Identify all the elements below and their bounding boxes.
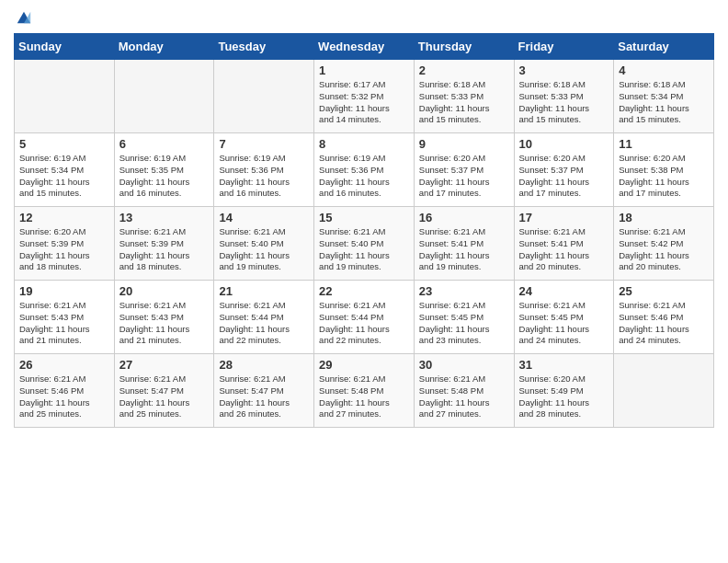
day-info: Sunrise: 6:19 AM Sunset: 5:36 PM Dayligh… <box>219 153 309 200</box>
day-info: Sunrise: 6:20 AM Sunset: 5:38 PM Dayligh… <box>619 153 709 200</box>
day-number: 23 <box>419 284 509 298</box>
col-header-friday: Friday <box>514 34 614 60</box>
day-number: 31 <box>519 358 609 372</box>
col-header-thursday: Thursday <box>414 34 514 60</box>
calendar-cell: 22Sunrise: 6:21 AM Sunset: 5:44 PM Dayli… <box>314 281 415 354</box>
day-number: 6 <box>119 137 210 151</box>
header <box>14 9 714 26</box>
calendar-cell: 11Sunrise: 6:20 AM Sunset: 5:38 PM Dayli… <box>614 133 714 207</box>
col-header-tuesday: Tuesday <box>214 34 314 60</box>
day-number: 3 <box>519 63 609 77</box>
day-number: 29 <box>319 358 409 372</box>
calendar-cell: 16Sunrise: 6:21 AM Sunset: 5:41 PM Dayli… <box>414 207 514 281</box>
logo <box>14 9 32 26</box>
calendar-cell <box>614 354 714 428</box>
day-info: Sunrise: 6:21 AM Sunset: 5:41 PM Dayligh… <box>519 226 609 273</box>
day-number: 14 <box>219 211 309 224</box>
calendar-cell: 14Sunrise: 6:21 AM Sunset: 5:40 PM Dayli… <box>214 207 314 281</box>
calendar-cell: 20Sunrise: 6:21 AM Sunset: 5:43 PM Dayli… <box>114 281 214 354</box>
calendar-cell: 5Sunrise: 6:19 AM Sunset: 5:34 PM Daylig… <box>15 133 115 207</box>
calendar-cell: 6Sunrise: 6:19 AM Sunset: 5:35 PM Daylig… <box>114 133 214 207</box>
day-info: Sunrise: 6:21 AM Sunset: 5:45 PM Dayligh… <box>419 300 509 347</box>
calendar-cell <box>214 60 314 133</box>
day-info: Sunrise: 6:19 AM Sunset: 5:35 PM Dayligh… <box>119 153 210 200</box>
day-number: 30 <box>419 358 509 372</box>
day-info: Sunrise: 6:20 AM Sunset: 5:37 PM Dayligh… <box>519 153 609 200</box>
calendar-cell: 27Sunrise: 6:21 AM Sunset: 5:47 PM Dayli… <box>114 354 214 428</box>
day-info: Sunrise: 6:21 AM Sunset: 5:47 PM Dayligh… <box>119 373 210 420</box>
day-info: Sunrise: 6:21 AM Sunset: 5:44 PM Dayligh… <box>219 300 309 347</box>
day-number: 26 <box>19 358 109 372</box>
day-info: Sunrise: 6:21 AM Sunset: 5:46 PM Dayligh… <box>19 373 109 420</box>
calendar-cell: 17Sunrise: 6:21 AM Sunset: 5:41 PM Dayli… <box>514 207 614 281</box>
calendar-cell: 15Sunrise: 6:21 AM Sunset: 5:40 PM Dayli… <box>314 207 415 281</box>
day-info: Sunrise: 6:21 AM Sunset: 5:39 PM Dayligh… <box>119 226 210 273</box>
calendar-cell <box>15 60 115 133</box>
day-info: Sunrise: 6:21 AM Sunset: 5:45 PM Dayligh… <box>519 300 609 347</box>
day-number: 28 <box>219 358 309 372</box>
day-number: 4 <box>619 63 709 77</box>
day-info: Sunrise: 6:20 AM Sunset: 5:39 PM Dayligh… <box>19 226 109 273</box>
logo-text <box>14 9 32 26</box>
day-number: 11 <box>619 137 709 151</box>
col-header-wednesday: Wednesday <box>314 34 415 60</box>
calendar-table: SundayMondayTuesdayWednesdayThursdayFrid… <box>14 33 714 428</box>
day-number: 22 <box>319 284 409 298</box>
calendar-cell: 10Sunrise: 6:20 AM Sunset: 5:37 PM Dayli… <box>514 133 614 207</box>
day-info: Sunrise: 6:20 AM Sunset: 5:49 PM Dayligh… <box>519 373 609 420</box>
day-number: 18 <box>619 211 709 224</box>
day-number: 20 <box>119 284 210 298</box>
calendar-cell: 3Sunrise: 6:18 AM Sunset: 5:33 PM Daylig… <box>514 60 614 133</box>
day-info: Sunrise: 6:18 AM Sunset: 5:33 PM Dayligh… <box>419 79 509 126</box>
col-header-monday: Monday <box>114 34 214 60</box>
day-number: 19 <box>19 284 109 298</box>
day-number: 21 <box>219 284 309 298</box>
day-info: Sunrise: 6:21 AM Sunset: 5:48 PM Dayligh… <box>419 373 509 420</box>
day-info: Sunrise: 6:21 AM Sunset: 5:40 PM Dayligh… <box>319 226 409 273</box>
calendar-cell: 28Sunrise: 6:21 AM Sunset: 5:47 PM Dayli… <box>214 354 314 428</box>
day-info: Sunrise: 6:21 AM Sunset: 5:42 PM Dayligh… <box>619 226 709 273</box>
day-number: 13 <box>119 211 210 224</box>
calendar-cell: 1Sunrise: 6:17 AM Sunset: 5:32 PM Daylig… <box>314 60 415 133</box>
day-number: 10 <box>519 137 609 151</box>
day-number: 1 <box>319 63 409 77</box>
day-info: Sunrise: 6:21 AM Sunset: 5:47 PM Dayligh… <box>219 373 309 420</box>
calendar-cell: 26Sunrise: 6:21 AM Sunset: 5:46 PM Dayli… <box>15 354 115 428</box>
calendar-cell: 19Sunrise: 6:21 AM Sunset: 5:43 PM Dayli… <box>15 281 115 354</box>
day-info: Sunrise: 6:20 AM Sunset: 5:37 PM Dayligh… <box>419 153 509 200</box>
day-number: 15 <box>319 211 409 224</box>
calendar-cell: 13Sunrise: 6:21 AM Sunset: 5:39 PM Dayli… <box>114 207 214 281</box>
day-info: Sunrise: 6:21 AM Sunset: 5:41 PM Dayligh… <box>419 226 509 273</box>
day-info: Sunrise: 6:21 AM Sunset: 5:43 PM Dayligh… <box>119 300 210 347</box>
calendar-cell: 7Sunrise: 6:19 AM Sunset: 5:36 PM Daylig… <box>214 133 314 207</box>
col-header-sunday: Sunday <box>15 34 115 60</box>
day-number: 8 <box>319 137 409 151</box>
calendar-cell: 30Sunrise: 6:21 AM Sunset: 5:48 PM Dayli… <box>414 354 514 428</box>
calendar-cell: 9Sunrise: 6:20 AM Sunset: 5:37 PM Daylig… <box>414 133 514 207</box>
day-info: Sunrise: 6:21 AM Sunset: 5:48 PM Dayligh… <box>319 373 409 420</box>
day-info: Sunrise: 6:21 AM Sunset: 5:46 PM Dayligh… <box>619 300 709 347</box>
day-info: Sunrise: 6:18 AM Sunset: 5:34 PM Dayligh… <box>619 79 709 126</box>
day-number: 27 <box>119 358 210 372</box>
day-info: Sunrise: 6:21 AM Sunset: 5:40 PM Dayligh… <box>219 226 309 273</box>
day-number: 16 <box>419 211 509 224</box>
calendar-cell <box>114 60 214 133</box>
day-number: 7 <box>219 137 309 151</box>
day-info: Sunrise: 6:21 AM Sunset: 5:44 PM Dayligh… <box>319 300 409 347</box>
calendar-cell: 29Sunrise: 6:21 AM Sunset: 5:48 PM Dayli… <box>314 354 415 428</box>
day-number: 5 <box>19 137 109 151</box>
day-number: 24 <box>519 284 609 298</box>
calendar-cell: 23Sunrise: 6:21 AM Sunset: 5:45 PM Dayli… <box>414 281 514 354</box>
calendar-cell: 8Sunrise: 6:19 AM Sunset: 5:36 PM Daylig… <box>314 133 415 207</box>
day-info: Sunrise: 6:21 AM Sunset: 5:43 PM Dayligh… <box>19 300 109 347</box>
day-number: 17 <box>519 211 609 224</box>
day-info: Sunrise: 6:18 AM Sunset: 5:33 PM Dayligh… <box>519 79 609 126</box>
day-info: Sunrise: 6:19 AM Sunset: 5:36 PM Dayligh… <box>319 153 409 200</box>
calendar-cell: 25Sunrise: 6:21 AM Sunset: 5:46 PM Dayli… <box>614 281 714 354</box>
calendar-cell: 12Sunrise: 6:20 AM Sunset: 5:39 PM Dayli… <box>15 207 115 281</box>
calendar-cell: 2Sunrise: 6:18 AM Sunset: 5:33 PM Daylig… <box>414 60 514 133</box>
calendar-cell: 4Sunrise: 6:18 AM Sunset: 5:34 PM Daylig… <box>614 60 714 133</box>
page-container: SundayMondayTuesdayWednesdayThursdayFrid… <box>0 0 728 563</box>
calendar-cell: 24Sunrise: 6:21 AM Sunset: 5:45 PM Dayli… <box>514 281 614 354</box>
calendar-cell: 18Sunrise: 6:21 AM Sunset: 5:42 PM Dayli… <box>614 207 714 281</box>
